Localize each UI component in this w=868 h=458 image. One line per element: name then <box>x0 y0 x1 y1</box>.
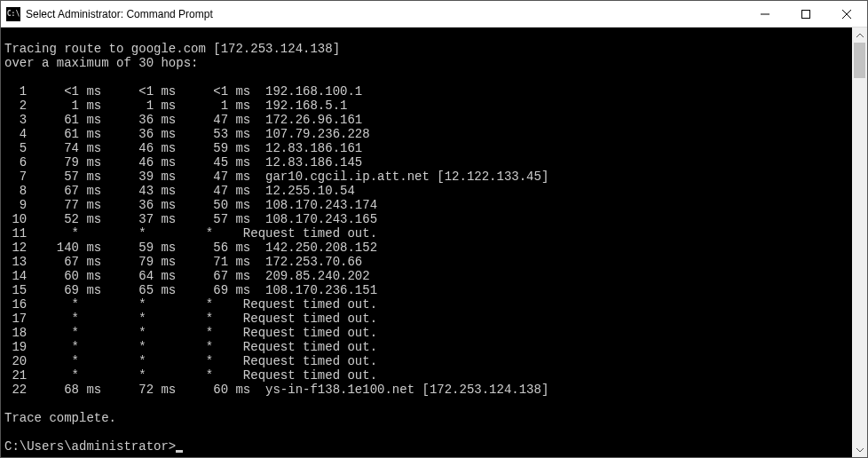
terminal-area: Tracing route to google.com [172.253.124… <box>1 28 867 457</box>
minimize-button[interactable] <box>745 1 785 28</box>
minimize-icon <box>761 10 769 19</box>
scroll-up-button[interactable] <box>852 28 867 43</box>
window-controls <box>745 1 867 27</box>
cmd-icon: C:\ <box>6 7 20 21</box>
titlebar[interactable]: C:\ Select Administrator: Command Prompt <box>1 1 867 28</box>
prompt-line[interactable]: C:\Users\administrator> <box>4 439 176 454</box>
close-icon <box>842 10 851 19</box>
scroll-thumb[interactable] <box>854 43 865 78</box>
maximize-icon <box>801 10 810 19</box>
scroll-down-button[interactable] <box>852 442 867 457</box>
window-title: Select Administrator: Command Prompt <box>26 8 745 20</box>
close-button[interactable] <box>826 1 867 28</box>
svg-rect-1 <box>802 11 810 19</box>
vertical-scrollbar[interactable] <box>852 28 867 457</box>
chevron-down-icon <box>856 447 864 453</box>
cursor <box>176 450 183 453</box>
chevron-up-icon <box>856 33 864 38</box>
terminal-output[interactable]: Tracing route to google.com [172.253.124… <box>1 28 852 457</box>
command-prompt-window: C:\ Select Administrator: Command Prompt… <box>0 0 868 458</box>
maximize-button[interactable] <box>785 1 826 28</box>
